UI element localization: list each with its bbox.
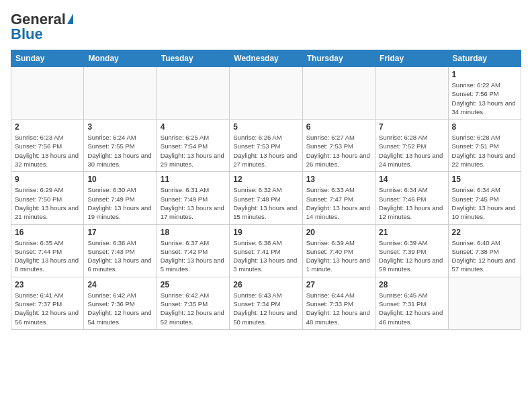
day-info: Sunrise: 6:27 AM Sunset: 7:53 PM Dayligh… [306,133,371,169]
calendar-cell [375,67,448,120]
day-info: Sunrise: 6:34 AM Sunset: 7:45 PM Dayligh… [452,185,517,221]
calendar-cell: 16Sunrise: 6:35 AM Sunset: 7:44 PM Dayli… [11,224,84,277]
day-info: Sunrise: 6:23 AM Sunset: 7:56 PM Dayligh… [15,133,80,169]
calendar-cell [84,67,157,120]
day-info: Sunrise: 6:24 AM Sunset: 7:55 PM Dayligh… [87,133,152,169]
calendar-week-row-3: 9Sunrise: 6:29 AM Sunset: 7:50 PM Daylig… [11,172,521,224]
calendar-cell: 2Sunrise: 6:23 AM Sunset: 7:56 PM Daylig… [11,120,84,172]
calendar-cell: 1Sunrise: 6:22 AM Sunset: 7:56 PM Daylig… [448,67,521,120]
calendar-cell: 27Sunrise: 6:44 AM Sunset: 7:33 PM Dayli… [302,277,375,329]
day-info: Sunrise: 6:38 AM Sunset: 7:41 PM Dayligh… [233,238,298,274]
logo-blue: Blue [11,26,43,43]
day-number: 25 [161,280,226,289]
day-info: Sunrise: 6:43 AM Sunset: 7:34 PM Dayligh… [233,291,298,326]
calendar-cell: 13Sunrise: 6:33 AM Sunset: 7:47 PM Dayli… [302,172,375,224]
day-number: 4 [161,122,226,132]
calendar-cell: 24Sunrise: 6:42 AM Sunset: 7:36 PM Dayli… [84,277,157,329]
logo: General Blue [11,11,73,43]
calendar-cell: 23Sunrise: 6:41 AM Sunset: 7:37 PM Dayli… [11,277,84,329]
day-info: Sunrise: 6:28 AM Sunset: 7:51 PM Dayligh… [452,133,517,169]
day-info: Sunrise: 6:32 AM Sunset: 7:48 PM Dayligh… [233,185,298,221]
calendar-cell: 25Sunrise: 6:42 AM Sunset: 7:35 PM Dayli… [157,277,229,329]
weekday-header-saturday: Saturday [448,50,521,67]
day-number: 14 [379,175,444,184]
day-info: Sunrise: 6:34 AM Sunset: 7:46 PM Dayligh… [379,185,444,221]
day-number: 5 [233,122,298,132]
day-number: 23 [15,280,80,289]
day-number: 11 [161,175,226,184]
day-number: 9 [15,175,80,184]
day-number: 13 [306,175,371,184]
day-info: Sunrise: 6:36 AM Sunset: 7:43 PM Dayligh… [87,238,152,274]
calendar-cell: 18Sunrise: 6:37 AM Sunset: 7:42 PM Dayli… [157,224,229,277]
weekday-header-wednesday: Wednesday [230,50,302,67]
calendar-cell: 3Sunrise: 6:24 AM Sunset: 7:55 PM Daylig… [84,120,157,172]
calendar-cell: 4Sunrise: 6:25 AM Sunset: 7:54 PM Daylig… [157,120,229,172]
day-info: Sunrise: 6:42 AM Sunset: 7:35 PM Dayligh… [161,291,226,326]
weekday-header-thursday: Thursday [302,50,375,67]
calendar-week-row-4: 16Sunrise: 6:35 AM Sunset: 7:44 PM Dayli… [11,224,521,277]
day-info: Sunrise: 6:35 AM Sunset: 7:44 PM Dayligh… [15,238,80,274]
calendar-cell: 19Sunrise: 6:38 AM Sunset: 7:41 PM Dayli… [230,224,302,277]
calendar-cell [11,67,84,120]
calendar-cell: 15Sunrise: 6:34 AM Sunset: 7:45 PM Dayli… [448,172,521,224]
day-number: 12 [233,175,298,184]
day-number: 24 [87,280,152,289]
calendar-cell: 5Sunrise: 6:26 AM Sunset: 7:53 PM Daylig… [230,120,302,172]
day-number: 17 [87,228,152,237]
day-info: Sunrise: 6:31 AM Sunset: 7:49 PM Dayligh… [161,185,226,221]
day-number: 8 [452,122,517,132]
calendar-cell [230,67,302,120]
calendar-table: SundayMondayTuesdayWednesdayThursdayFrid… [11,50,521,330]
calendar-cell [302,67,375,120]
day-info: Sunrise: 6:22 AM Sunset: 7:56 PM Dayligh… [452,81,517,116]
calendar-cell: 20Sunrise: 6:39 AM Sunset: 7:40 PM Dayli… [302,224,375,277]
calendar-cell: 6Sunrise: 6:27 AM Sunset: 7:53 PM Daylig… [302,120,375,172]
calendar-cell: 28Sunrise: 6:45 AM Sunset: 7:31 PM Dayli… [375,277,448,329]
calendar-cell: 14Sunrise: 6:34 AM Sunset: 7:46 PM Dayli… [375,172,448,224]
day-info: Sunrise: 6:33 AM Sunset: 7:47 PM Dayligh… [306,185,371,221]
day-number: 7 [379,122,444,132]
day-number: 18 [161,228,226,237]
day-number: 3 [87,122,152,132]
calendar-cell [157,67,229,120]
logo-triangle-icon [67,13,73,24]
weekday-header-sunday: Sunday [11,50,84,67]
calendar-cell [448,277,521,329]
day-info: Sunrise: 6:30 AM Sunset: 7:49 PM Dayligh… [87,185,152,221]
day-number: 27 [306,280,371,289]
day-info: Sunrise: 6:25 AM Sunset: 7:54 PM Dayligh… [161,133,226,169]
calendar-week-row-2: 2Sunrise: 6:23 AM Sunset: 7:56 PM Daylig… [11,120,521,172]
weekday-header-friday: Friday [375,50,448,67]
day-number: 2 [15,122,80,132]
day-info: Sunrise: 6:41 AM Sunset: 7:37 PM Dayligh… [15,291,80,326]
calendar-cell: 21Sunrise: 6:39 AM Sunset: 7:39 PM Dayli… [375,224,448,277]
weekday-header-monday: Monday [84,50,157,67]
page-header: General Blue [11,11,521,43]
calendar-week-row-1: 1Sunrise: 6:22 AM Sunset: 7:56 PM Daylig… [11,67,521,120]
day-number: 10 [87,175,152,184]
weekday-header-row: SundayMondayTuesdayWednesdayThursdayFrid… [11,50,521,67]
day-info: Sunrise: 6:39 AM Sunset: 7:40 PM Dayligh… [306,238,371,274]
calendar-week-row-5: 23Sunrise: 6:41 AM Sunset: 7:37 PM Dayli… [11,277,521,329]
calendar-cell: 26Sunrise: 6:43 AM Sunset: 7:34 PM Dayli… [230,277,302,329]
calendar-cell: 7Sunrise: 6:28 AM Sunset: 7:52 PM Daylig… [375,120,448,172]
day-info: Sunrise: 6:40 AM Sunset: 7:38 PM Dayligh… [452,238,517,274]
calendar-cell: 22Sunrise: 6:40 AM Sunset: 7:38 PM Dayli… [448,224,521,277]
calendar-cell: 8Sunrise: 6:28 AM Sunset: 7:51 PM Daylig… [448,120,521,172]
day-number: 1 [452,70,517,79]
day-number: 28 [379,280,444,289]
day-number: 16 [15,228,80,237]
calendar-cell: 9Sunrise: 6:29 AM Sunset: 7:50 PM Daylig… [11,172,84,224]
day-info: Sunrise: 6:39 AM Sunset: 7:39 PM Dayligh… [379,238,444,274]
day-info: Sunrise: 6:45 AM Sunset: 7:31 PM Dayligh… [379,291,444,326]
weekday-header-tuesday: Tuesday [157,50,229,67]
day-number: 6 [306,122,371,132]
day-number: 22 [452,228,517,237]
calendar-cell: 11Sunrise: 6:31 AM Sunset: 7:49 PM Dayli… [157,172,229,224]
day-number: 15 [452,175,517,184]
day-number: 26 [233,280,298,289]
calendar-cell: 10Sunrise: 6:30 AM Sunset: 7:49 PM Dayli… [84,172,157,224]
day-info: Sunrise: 6:37 AM Sunset: 7:42 PM Dayligh… [161,238,226,274]
day-info: Sunrise: 6:26 AM Sunset: 7:53 PM Dayligh… [233,133,298,169]
